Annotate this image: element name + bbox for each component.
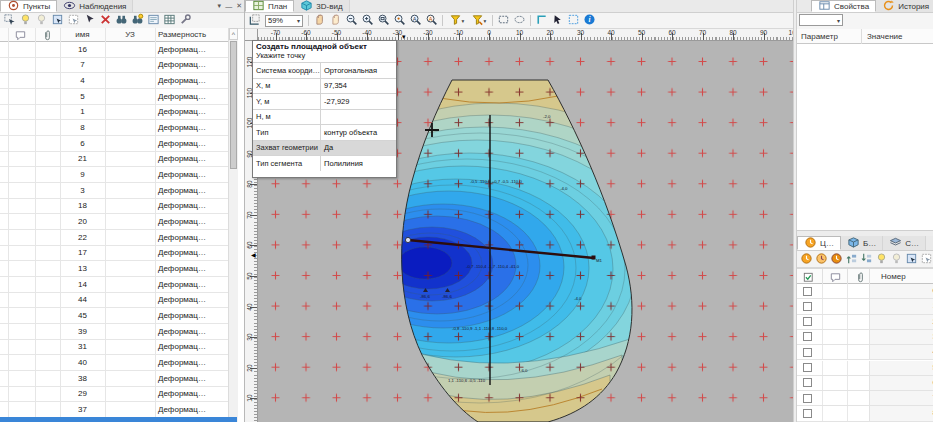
cell-dimension: Деформац… [158,183,206,198]
column-header-name[interactable]: имя [60,30,105,39]
zoom-a-alt-button[interactable]: A [424,14,439,28]
select-box-icon [51,13,64,28]
tab-history[interactable]: История [876,0,933,12]
close-icon[interactable]: ✕ [236,2,242,10]
properties-table-body[interactable] [797,44,933,230]
clock-1-button[interactable] [799,252,813,266]
cell-dimension: Деформац… [158,261,206,276]
deselect-box-button[interactable] [66,14,81,28]
pointer-select-button[interactable] [82,14,97,28]
pan-hand-button[interactable] [312,14,327,28]
tab-points[interactable]: Пункты [0,0,57,12]
bulb-off-button[interactable] [889,252,903,266]
cycle-row[interactable]: 6 [797,376,933,391]
delete-x-button[interactable] [98,14,113,28]
card-view-button[interactable] [146,14,161,28]
snap-corner-button[interactable] [534,14,549,28]
tools-button[interactable] [178,14,193,28]
row-checkbox[interactable] [803,378,812,387]
field-value[interactable] [320,110,396,125]
cell-dimension: Деформац… [158,246,206,261]
flow-up-button[interactable] [844,252,858,266]
zoom-out-button[interactable] [344,14,359,28]
column-header-dimension[interactable]: Размерность [158,30,206,39]
bulb-off-button[interactable] [34,14,49,28]
cycle-row[interactable]: 8 [797,406,933,421]
3d-view-icon [300,0,313,14]
flow-down-button[interactable] [859,252,873,266]
number-column-header: Номер [881,272,906,281]
cycle-row[interactable]: 1 [797,299,933,314]
cycle-row[interactable]: 5 [797,361,933,376]
field-value[interactable]: контур объекта [320,125,396,140]
table-view-button[interactable] [162,14,177,28]
scrollbar-thumb[interactable] [230,41,237,169]
points-table-scrollbar[interactable]: ^ [228,28,238,422]
cube-icon [847,236,860,251]
svg-text:М1: М1 [596,258,603,263]
selected-row-strip[interactable] [0,417,237,422]
bulb-on-button[interactable] [18,14,33,28]
field-value[interactable]: Да [320,141,396,156]
tab-properties[interactable]: Свойства [811,0,876,12]
row-checkbox[interactable] [803,394,812,403]
field-value[interactable]: 97,354 [320,79,396,94]
frame-dashed-button[interactable] [566,14,581,28]
cell-name: 9 [60,167,105,182]
field-value[interactable]: Полилиния [320,156,396,171]
row-checkbox[interactable] [803,302,812,311]
tab-blocks[interactable]: Б… [841,236,883,250]
bulb-off-icon [890,252,903,267]
deselect-box-button[interactable] [919,252,933,266]
info-button[interactable]: i [582,14,597,28]
row-checkbox[interactable] [803,363,812,372]
tab-layers[interactable]: С… [883,236,926,250]
dock-menu-icon[interactable]: ▾ [218,2,222,10]
select-layers-button[interactable] [2,14,17,28]
select-box-button[interactable] [50,14,65,28]
pointer-button[interactable] [550,14,565,28]
binoculars-button[interactable] [114,14,129,28]
select-rect-button[interactable] [496,14,511,28]
cycle-row[interactable]: 2 [797,315,933,330]
tab-3d-view[interactable]: 3D-вид [294,0,349,12]
card-view-icon [147,13,160,28]
row-checkbox[interactable] [803,348,812,357]
field-label: Тип [253,128,320,137]
select-box-button[interactable] [904,252,918,266]
row-checkbox[interactable] [803,287,812,296]
pan-hand-alt-button[interactable] [328,14,343,28]
clock-3-button[interactable] [829,252,843,266]
filter-button[interactable]: ▾ [446,14,467,28]
cycle-row[interactable]: 7 [797,391,933,406]
scroll-up-button[interactable]: ^ [229,28,238,40]
select-lasso-button[interactable] [512,14,527,28]
zoom-in-button[interactable] [360,14,375,28]
zoom-window-button[interactable] [376,14,391,28]
filter-edit-button[interactable]: ▾ [468,14,489,28]
column-header-uz[interactable]: УЗ [105,30,155,39]
row-checkbox[interactable] [803,409,812,418]
bulb-on-button[interactable] [874,252,888,266]
cycle-row[interactable]: 0 [797,284,933,299]
svg-text:-86,6: -86,6 [442,294,452,299]
row-checkbox[interactable] [803,317,812,326]
zoom-a-button[interactable]: A [408,14,423,28]
cycle-row[interactable]: 3 [797,330,933,345]
row-checkbox[interactable] [803,332,812,341]
tab-observations[interactable]: Наблюдения [57,0,133,12]
tab-plan[interactable]: План [245,0,294,12]
zoom-level-dropdown[interactable]: 59%▾ [265,15,303,27]
fit-frame-button[interactable] [247,14,262,28]
properties-filter-dropdown[interactable]: ▾ [799,14,843,26]
zoom-point-button[interactable] [392,14,407,28]
cell-dimension: Деформац… [158,42,206,57]
field-value[interactable]: -27,929 [320,94,396,109]
binoculars-find-button[interactable] [130,14,145,28]
field-value[interactable]: Ортогональная [320,63,396,78]
cycles-tabbar: Ц…Б…С… [797,236,933,251]
minimize-icon[interactable]: — [225,3,232,10]
clock-2-button[interactable] [814,252,828,266]
tab-cycles[interactable]: Ц… [797,236,841,250]
cycle-row[interactable]: 4 [797,345,933,360]
